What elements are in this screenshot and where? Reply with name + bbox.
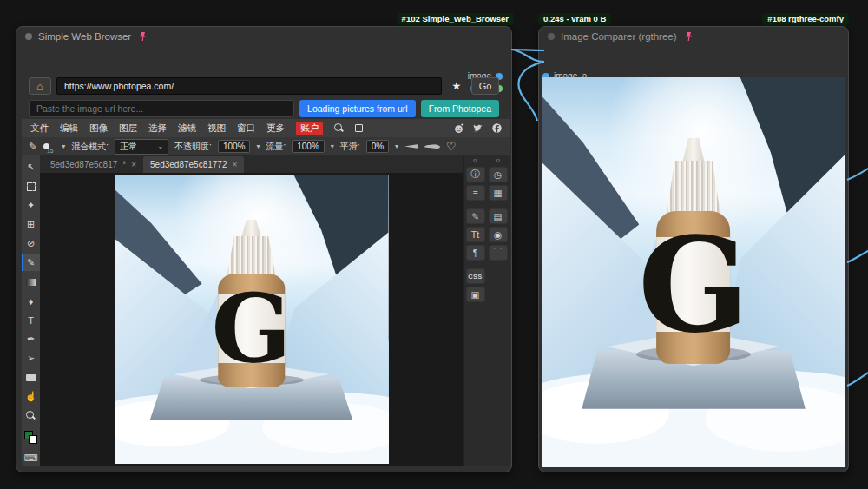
menu-filter[interactable]: 滤镜 bbox=[178, 122, 196, 135]
flow-dropdown-icon[interactable]: ▾ bbox=[331, 142, 334, 150]
document-tab-active[interactable]: 5ed3ed87e5c81772 × bbox=[143, 156, 244, 173]
layers-panel-button[interactable]: ▤ bbox=[489, 208, 508, 224]
star-icon: ★ bbox=[452, 80, 462, 92]
keyboard-shortcuts-button[interactable]: ⌨ bbox=[22, 450, 40, 466]
facebook-icon[interactable] bbox=[491, 122, 503, 134]
panel-collapse-icon[interactable]: ‹› bbox=[473, 157, 477, 165]
brush-panel-button[interactable]: ✎ bbox=[466, 208, 485, 224]
hand-tool[interactable]: ☝ bbox=[22, 388, 40, 405]
reddit-icon[interactable] bbox=[453, 122, 464, 134]
heart-icon[interactable]: ♡ bbox=[446, 140, 457, 153]
loading-pictures-button[interactable]: Loading pictures from url bbox=[299, 100, 416, 117]
history-panel-button[interactable]: ◷ bbox=[489, 167, 508, 182]
panel-collapse-icon[interactable]: ‹› bbox=[496, 157, 500, 165]
flow-value: 100% bbox=[297, 142, 319, 151]
zoom-tool[interactable] bbox=[22, 407, 40, 424]
shape-tool[interactable] bbox=[22, 369, 40, 386]
menu-file[interactable]: 文件 bbox=[30, 122, 49, 135]
photopea-canvas[interactable]: G bbox=[40, 173, 463, 466]
tab-close-icon[interactable]: × bbox=[233, 160, 238, 169]
go-button[interactable]: Go bbox=[471, 77, 499, 95]
search-icon[interactable] bbox=[334, 123, 344, 133]
channels-panel-button[interactable]: ◉ bbox=[489, 227, 508, 242]
brush-dropdown-icon[interactable]: ▾ bbox=[62, 142, 65, 150]
magic-wand-tool[interactable]: ✦ bbox=[22, 197, 40, 214]
brush-tool[interactable]: ✎ bbox=[22, 254, 40, 271]
menu-edit[interactable]: 编辑 bbox=[60, 122, 78, 135]
simple-web-browser-node[interactable]: Simple Web Browser image mask ⌂ ★ Go bbox=[16, 26, 512, 472]
pin-icon bbox=[683, 31, 694, 42]
smooth-input[interactable]: 0% bbox=[366, 140, 389, 153]
brush-size-control[interactable]: 15 bbox=[43, 142, 56, 151]
menu-layer[interactable]: 图层 bbox=[119, 122, 137, 135]
smooth-value: 0% bbox=[372, 142, 384, 151]
image-comparer-node[interactable]: Image Comparer (rgthree) image_a image_b bbox=[538, 26, 849, 472]
flow-input[interactable]: 100% bbox=[292, 140, 325, 153]
menu-more[interactable]: 更多 bbox=[266, 122, 285, 135]
pen-tool[interactable]: ✒ bbox=[22, 331, 40, 347]
opacity-dropdown-icon[interactable]: ▾ bbox=[256, 142, 260, 150]
paragraph-panel-button[interactable]: ¶ bbox=[466, 245, 485, 261]
rectangle-icon bbox=[26, 374, 36, 381]
fullscreen-icon[interactable] bbox=[355, 124, 363, 132]
node-title-bar[interactable]: Image Comparer (rgthree) bbox=[539, 27, 848, 46]
collapse-dot-icon[interactable] bbox=[25, 33, 32, 40]
twitter-icon[interactable] bbox=[472, 122, 483, 134]
photopea-center: 5ed3ed87e5c817 * × 5ed3ed87e5c81772 × bbox=[40, 155, 463, 466]
stroke-taper-icon[interactable] bbox=[404, 144, 418, 149]
flow-label: 流量: bbox=[266, 141, 286, 153]
home-button[interactable]: ⌂ bbox=[29, 77, 51, 95]
menu-select[interactable]: 选择 bbox=[148, 122, 167, 135]
execution-time-badge: 0.24s - vram 0 B bbox=[538, 13, 611, 25]
navigator-panel-button[interactable]: ▦ bbox=[489, 185, 508, 201]
type-tool[interactable]: T bbox=[22, 312, 40, 328]
bottle-label: G bbox=[657, 237, 731, 332]
path-select-tool[interactable]: ➢ bbox=[22, 350, 40, 367]
character-panel-button[interactable]: Tt bbox=[466, 227, 485, 242]
url-input[interactable] bbox=[56, 77, 442, 95]
background-color[interactable] bbox=[29, 435, 37, 444]
node-title-bar[interactable]: Simple Web Browser bbox=[16, 27, 511, 46]
foreground-background-colors bbox=[24, 431, 37, 444]
menu-account[interactable]: 账户 bbox=[296, 122, 323, 135]
smooth-dropdown-icon[interactable]: ▾ bbox=[395, 142, 398, 150]
css-panel-button[interactable]: CSS bbox=[466, 268, 485, 284]
wire-right-edge-1 bbox=[847, 168, 868, 180]
color-swatches[interactable] bbox=[22, 426, 40, 447]
brush-preset-icon[interactable]: ✎ bbox=[29, 141, 37, 153]
gradient-tool[interactable] bbox=[22, 274, 40, 290]
paths-panel-button[interactable]: ⌒ bbox=[489, 245, 508, 261]
bottle-tip bbox=[241, 220, 261, 238]
stroke-pressure-icon[interactable] bbox=[424, 144, 440, 149]
menu-image[interactable]: 图像 bbox=[89, 122, 108, 135]
node-id-badge-browser: #102 Simple_Web_Browser bbox=[397, 13, 514, 25]
image-panel-button[interactable]: ▣ bbox=[466, 287, 485, 302]
product-photo: G bbox=[115, 175, 389, 464]
marquee-tool[interactable] bbox=[22, 178, 40, 195]
panel-collapse-row: ‹› ‹› bbox=[464, 157, 510, 165]
logo-letter: G bbox=[638, 220, 749, 350]
blend-mode-label: 混合模式: bbox=[71, 141, 108, 153]
info-panel-button[interactable]: ⓘ bbox=[466, 167, 485, 182]
bookmark-button[interactable]: ★ bbox=[447, 77, 466, 95]
comfyui-canvas[interactable]: #102 Simple_Web_Browser 0.24s - vram 0 B… bbox=[0, 0, 868, 489]
comparer-image-preview[interactable]: G bbox=[542, 77, 845, 467]
photopea-app[interactable]: 文件 编辑 图像 图层 选择 滤镜 视图 窗口 更多 账户 bbox=[22, 119, 510, 466]
crop-tool[interactable]: ⊞ bbox=[22, 216, 40, 233]
node-title: Image Comparer (rgthree) bbox=[561, 31, 677, 42]
menu-window[interactable]: 窗口 bbox=[237, 122, 255, 135]
document-tab[interactable]: 5ed3ed87e5c817 * × bbox=[43, 156, 143, 173]
healing-tool[interactable]: ⊘ bbox=[22, 235, 40, 252]
tab-close-icon[interactable]: × bbox=[131, 160, 136, 169]
paste-image-url-input[interactable] bbox=[29, 100, 294, 117]
brush-size-value: 15 bbox=[47, 148, 53, 154]
from-photopea-button[interactable]: From Photopea bbox=[421, 100, 499, 117]
move-tool[interactable]: ↖ bbox=[22, 159, 40, 175]
opacity-input[interactable]: 100% bbox=[218, 140, 251, 153]
bottle-tip bbox=[682, 138, 704, 163]
blend-mode-select[interactable]: 正常 ⌄ bbox=[115, 139, 168, 155]
menu-view[interactable]: 视图 bbox=[207, 122, 226, 135]
collapse-dot-icon[interactable] bbox=[548, 33, 555, 40]
blur-tool[interactable]: ♦ bbox=[22, 293, 40, 309]
adjustments-panel-button[interactable]: ≡ bbox=[466, 185, 485, 201]
